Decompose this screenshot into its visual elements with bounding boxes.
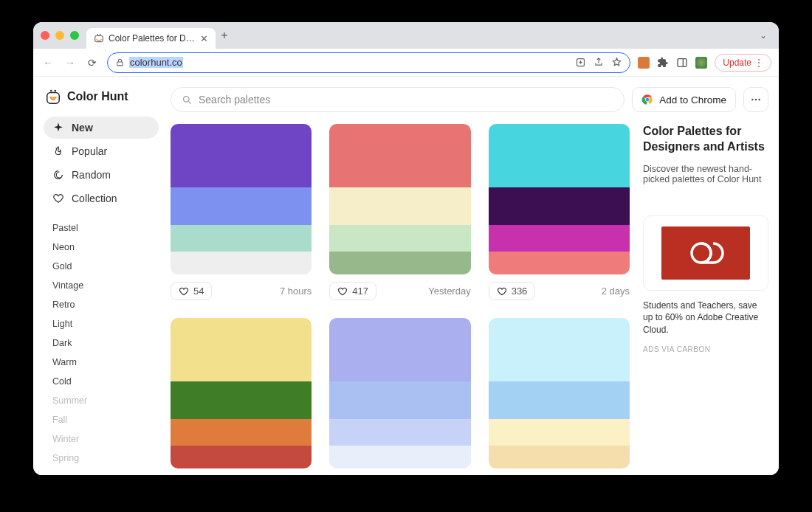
share-icon[interactable] [593, 57, 604, 68]
forward-button[interactable]: → [63, 57, 78, 69]
palette-color[interactable] [171, 381, 312, 419]
palette-color[interactable] [171, 225, 312, 252]
tag-spring[interactable]: Spring [52, 453, 159, 463]
palette-color[interactable] [171, 446, 312, 468]
palette-color[interactable] [329, 318, 470, 381]
tag-pastel[interactable]: Pastel [52, 223, 159, 233]
tag-warm[interactable]: Warm [52, 357, 159, 367]
sidebar-item-new[interactable]: New [44, 117, 159, 139]
palette-color[interactable] [489, 381, 630, 419]
palette[interactable] [171, 318, 312, 468]
profile-avatar[interactable] [695, 57, 707, 69]
palette[interactable] [329, 318, 470, 468]
lock-icon [115, 58, 125, 67]
palette-color[interactable] [329, 419, 470, 446]
swirl-icon [52, 169, 64, 181]
address-bar[interactable]: colorhunt.co [107, 52, 630, 73]
tag-light[interactable]: Light [52, 319, 159, 329]
add-to-chrome-button[interactable]: Add to Chrome [632, 87, 736, 112]
tag-dark[interactable]: Dark [52, 338, 159, 348]
palette-card: 4193 days [171, 318, 312, 475]
palette[interactable] [489, 318, 630, 468]
palette-color[interactable] [329, 252, 470, 274]
extensions-puzzle-icon[interactable] [657, 57, 669, 69]
search-input[interactable]: Search palettes [171, 87, 625, 112]
tag-cold[interactable]: Cold [52, 376, 159, 387]
palette-card: 3362 days [489, 124, 630, 300]
page-title: Color Palettes for Designers and Artists [643, 124, 768, 155]
tag-vintage[interactable]: Vintage [52, 280, 159, 291]
palette-color[interactable] [171, 252, 312, 274]
palette[interactable] [329, 124, 470, 274]
tag-retro[interactable]: Retro [52, 300, 159, 310]
svg-rect-5 [678, 58, 687, 66]
palette[interactable] [489, 124, 630, 274]
ad-box[interactable] [643, 215, 768, 291]
palette-color[interactable] [171, 187, 312, 225]
like-button[interactable]: 417 [329, 282, 376, 300]
window-minimize[interactable] [55, 31, 64, 40]
install-app-icon[interactable] [575, 57, 586, 68]
extension-icon[interactable] [638, 57, 650, 69]
tag-winter[interactable]: Winter [52, 434, 159, 444]
tab-close-icon[interactable]: ✕ [200, 33, 208, 44]
palette-card: 1,0905 days [489, 318, 630, 475]
palette-color[interactable] [489, 225, 630, 252]
svg-point-1 [97, 34, 98, 35]
tab-overflow-icon[interactable]: ⌄ [760, 30, 771, 41]
like-count: 417 [352, 286, 368, 297]
palette-color[interactable] [489, 446, 630, 468]
update-button[interactable]: Update ⋮ [715, 54, 771, 72]
svg-point-16 [755, 99, 757, 101]
window-zoom[interactable] [70, 31, 79, 40]
tag-neon[interactable]: Neon [52, 242, 159, 252]
more-menu-button[interactable] [743, 87, 768, 112]
like-button[interactable]: 54 [171, 282, 212, 300]
palette-color[interactable] [329, 446, 470, 468]
page-subtitle: Discover the newest hand-picked palettes… [643, 164, 768, 184]
svg-point-2 [100, 34, 101, 35]
sidebar-item-label: Random [72, 169, 111, 181]
panel-icon[interactable] [676, 57, 688, 69]
like-count: 336 [512, 286, 528, 297]
svg-point-17 [758, 99, 760, 101]
browser-tab[interactable]: Color Palettes for Designers a… ✕ [86, 28, 216, 49]
new-tab-button[interactable]: + [216, 29, 233, 42]
tag-summer[interactable]: Summer [52, 395, 159, 406]
palette-color[interactable] [489, 318, 630, 381]
palette-color[interactable] [329, 225, 470, 252]
sidebar-item-popular[interactable]: Popular [44, 140, 159, 162]
palette-card: 1,8594 days [329, 318, 470, 475]
palette-color[interactable] [171, 124, 312, 187]
reload-button[interactable]: ⟳ [85, 57, 100, 69]
svg-rect-3 [117, 62, 123, 66]
palette-time: Yesterday [428, 286, 470, 297]
sidebar-item-random[interactable]: Random [44, 164, 159, 186]
sidebar-item-label: Collection [72, 193, 117, 204]
ad-text[interactable]: Students and Teachers, save up to 60% on… [643, 300, 768, 336]
palette-color[interactable] [489, 419, 630, 446]
svg-point-15 [751, 99, 754, 101]
sparkle-icon [52, 122, 64, 134]
tab-title: Color Palettes for Designers a… [109, 33, 196, 44]
palette-color[interactable] [171, 419, 312, 446]
bookmark-star-icon[interactable] [611, 57, 622, 68]
back-button[interactable]: ← [41, 57, 55, 69]
sidebar-item-collection[interactable]: Collection [44, 187, 159, 210]
window-close[interactable] [41, 31, 49, 40]
palette-color[interactable] [489, 187, 630, 225]
tag-gold[interactable]: Gold [52, 261, 159, 271]
palette-color[interactable] [171, 318, 312, 381]
palette-color[interactable] [329, 124, 470, 187]
ad-image [661, 226, 750, 280]
more-icon: ⋮ [754, 58, 763, 68]
palette[interactable] [171, 124, 312, 274]
palette-color[interactable] [329, 381, 470, 419]
palette-color[interactable] [489, 252, 630, 274]
ad-attribution[interactable]: ADS VIA CARBON [643, 345, 768, 353]
palette-color[interactable] [489, 124, 630, 187]
palette-color[interactable] [329, 187, 470, 225]
like-button[interactable]: 336 [489, 282, 536, 300]
brand[interactable]: Color Hunt [44, 87, 159, 115]
tag-fall[interactable]: Fall [52, 415, 159, 425]
